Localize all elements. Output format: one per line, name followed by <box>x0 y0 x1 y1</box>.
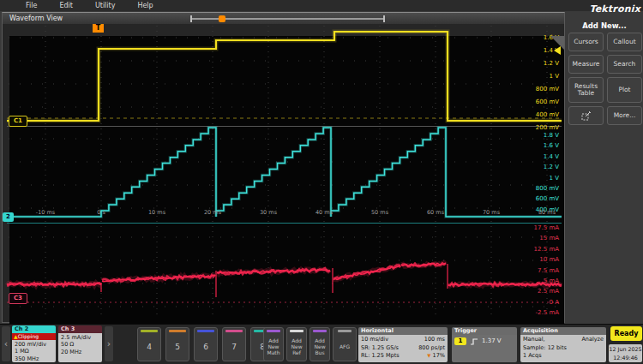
menu-edit[interactable]: Edit <box>59 2 73 9</box>
channel-button-label: 6 <box>203 332 208 361</box>
channel-button-label: 7 <box>231 332 237 361</box>
channel-3-marker[interactable]: C3 <box>9 293 27 304</box>
sidebar-button-more[interactable]: More... <box>607 106 642 125</box>
horizontal-title: Horizontal <box>358 327 448 335</box>
add-button-label: AddNewMath <box>267 332 279 361</box>
menu-bar: FileEditUtilityHelp <box>0 0 643 11</box>
time-value: 12:49:46 <box>609 354 642 362</box>
menu-help[interactable]: Help <box>137 2 153 9</box>
channel-1-marker[interactable]: C1 <box>9 116 27 127</box>
acquisition-analyze: Analyze <box>581 336 604 344</box>
channel-3-badge[interactable]: Ch 3 2.5 mA/div 50 Ω 20 MHz <box>58 325 102 362</box>
add-new-ref-button[interactable]: AddNewRef <box>286 327 307 361</box>
menu-utility[interactable]: Utility <box>95 2 116 9</box>
trigger-panel[interactable]: Trigger 1 1.37 V <box>452 327 517 362</box>
sample-rate: SR: 1.25 GS/s <box>361 344 399 353</box>
channel-4-button[interactable]: 4 <box>137 327 161 361</box>
clipping-warning: ▲Clipping <box>12 333 56 340</box>
channel-6-button[interactable]: 6 <box>194 327 218 361</box>
slider-handle[interactable] <box>219 15 225 22</box>
channel-buttons: 45678 <box>137 327 274 361</box>
sidebar-button-measure[interactable]: Measure <box>568 55 604 74</box>
channel-2-badge[interactable]: Ch 2 ▲Clipping 200 mV/div 1 MΩ 350 MHz <box>12 325 56 362</box>
trigger-title: Trigger <box>452 327 517 335</box>
scroll-left-button[interactable]: ‹ <box>2 326 10 361</box>
scroll-right-button[interactable]: › <box>105 326 113 361</box>
horizontal-panel[interactable]: Horizontal 10 ms/div100 ms SR: 1.25 GS/s… <box>358 327 448 362</box>
channel-3-badge-body: 2.5 mA/div 50 Ω 20 MHz <box>58 333 102 362</box>
horizontal-scale: 10 ms/div <box>361 336 388 344</box>
add-button-label: AddNewRef <box>291 332 302 361</box>
channel-3-impedance: 50 Ω <box>61 341 99 348</box>
ready-status-badge: Ready <box>610 326 642 341</box>
trigger-pos-percent: 17% <box>433 352 445 359</box>
add-button-label: AddNewBus <box>314 332 325 361</box>
draw-a-box-icon <box>581 110 592 121</box>
menu-file[interactable]: File <box>26 2 37 9</box>
channel-2-marker[interactable]: 2 <box>3 212 14 222</box>
horizontal-pan-slider[interactable] <box>191 18 384 20</box>
channel-2-badge-body: 200 mV/div 1 MΩ 350 MHz <box>12 340 56 362</box>
sample-resolution: 800 ps/pt <box>418 344 445 353</box>
sidebar-button-callout[interactable]: Callout <box>607 33 642 51</box>
trigger-level-value: 1.37 V <box>482 337 502 346</box>
sidebar-button-search[interactable]: Search <box>607 55 642 74</box>
record-length: RL: 1.25 Mpts <box>361 352 400 361</box>
channel-2-badge-title: Ch 2 <box>12 325 56 333</box>
channel-5-button[interactable]: 5 <box>165 327 189 361</box>
slider-right-bracket <box>383 15 385 22</box>
acquisition-body: Manual,Analyze Sample: 12 bits 1 Acqs <box>520 335 606 362</box>
sidebar-button-cursors[interactable]: Cursors <box>568 33 604 51</box>
afg-button[interactable]: AFG <box>333 327 357 361</box>
horizontal-body: 10 ms/div100 ms SR: 1.25 GS/s800 ps/pt R… <box>358 335 448 362</box>
trigger-body: 1 1.37 V <box>452 335 517 362</box>
add-new-buttons: AddNewMathAddNewRefAddNewBusAFG <box>263 327 357 361</box>
sidebar-button-results-table[interactable]: Results Table <box>568 77 604 103</box>
oscilloscope-app: FileEditUtilityHelp Waveform View 1.6 V1… <box>0 0 643 364</box>
bottom-status-bar: ‹ Ch 2 ▲Clipping 200 mV/div 1 MΩ 350 MHz… <box>0 324 643 364</box>
channel-2-impedance: 1 MΩ <box>15 348 53 355</box>
channel-2-bandwidth: 350 MHz <box>15 355 53 362</box>
rising-edge-icon <box>470 337 478 346</box>
channel-2-scale: 200 mV/div <box>15 341 53 348</box>
trigger-pos-icon: ▼ <box>427 353 430 358</box>
sidebar-button-plot[interactable]: Plot <box>607 77 642 103</box>
channel-3-badge-title: Ch 3 <box>58 325 102 333</box>
add-new-math-button[interactable]: AddNewMath <box>263 327 284 361</box>
acquisition-panel[interactable]: Acquisition Manual,Analyze Sample: 12 bi… <box>520 327 606 362</box>
waveform-display[interactable] <box>9 36 564 334</box>
waveform-view-panel: Waveform View <box>2 12 565 323</box>
slider-left-bracket <box>190 15 192 22</box>
add-new-header: Add New... <box>566 21 643 30</box>
channel-3-bandwidth: 20 MHz <box>61 349 99 355</box>
draw-a-box-button[interactable] <box>568 106 604 125</box>
acquisition-title: Acquisition <box>520 327 606 335</box>
acquisition-mode: Manual, <box>523 336 545 344</box>
trigger-level-arrow[interactable] <box>554 46 561 55</box>
channel-7-button[interactable]: 7 <box>222 327 246 361</box>
date-value: 12 Jun 2025 <box>609 345 642 354</box>
channel-button-label: 4 <box>147 332 152 361</box>
right-sidebar: Tektronix Add New... CursorsCalloutMeasu… <box>566 0 643 324</box>
channel-3-scale: 2.5 mA/div <box>61 334 99 341</box>
waveform-view-header: Waveform View <box>3 13 564 24</box>
trigger-source-chip: 1 <box>454 337 466 345</box>
horizontal-position: 100 ms <box>424 336 445 344</box>
datetime-display: 12 Jun 2025 12:49:46 <box>609 344 642 362</box>
tektronix-logo: Tektronix <box>589 3 640 15</box>
trigger-position-flag[interactable]: T <box>93 24 104 33</box>
channel-button-label: 5 <box>175 332 180 361</box>
add-button-label: AFG <box>340 332 350 361</box>
add-new-bus-button[interactable]: AddNewBus <box>309 327 330 361</box>
sidebar-buttons: CursorsCalloutMeasureSearchResults Table… <box>568 33 642 125</box>
acquisition-sample: Sample: 12 bits <box>523 344 604 353</box>
acquisition-count: 1 Acqs <box>523 352 604 361</box>
panel-title: Waveform View <box>9 15 63 22</box>
